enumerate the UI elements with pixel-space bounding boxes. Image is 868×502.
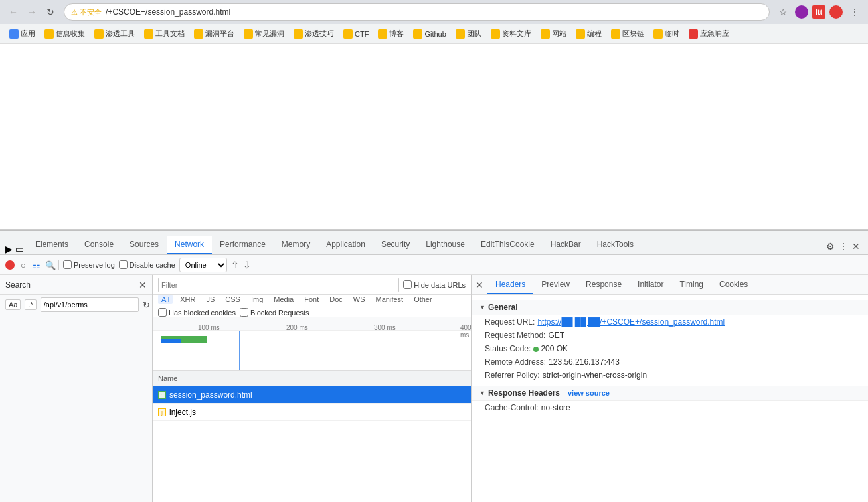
upload-icon[interactable]: ⇧: [231, 260, 239, 270]
bookmark-blockchain[interactable]: 区块链: [607, 27, 648, 40]
bookmark-emergency[interactable]: 应急响应: [685, 27, 733, 40]
filter-js-button[interactable]: JS: [203, 295, 218, 304]
filter-button[interactable]: ⚏: [32, 260, 41, 270]
request-row-inject[interactable]: j inject.js: [153, 404, 471, 421]
bookmark-label: Github: [424, 30, 446, 38]
extension-icon-red2[interactable]: [829, 5, 843, 19]
forward-button[interactable]: →: [24, 4, 40, 20]
bookmark-label: CTF: [355, 30, 369, 38]
back-button[interactable]: ←: [5, 4, 21, 20]
request-row-session[interactable]: h session_password.html: [153, 386, 471, 404]
filter-other-button[interactable]: Other: [410, 295, 436, 304]
bookmark-temp[interactable]: 临时: [650, 27, 683, 40]
bookmark-github[interactable]: Github: [409, 28, 450, 40]
record-button[interactable]: [5, 260, 15, 270]
search-button[interactable]: 🔍: [45, 260, 54, 270]
general-section-header[interactable]: ▼ General: [472, 300, 868, 315]
bookmark-coding[interactable]: 编程: [572, 27, 606, 40]
request-method-row: Request Method: GET: [472, 329, 868, 342]
tab-application[interactable]: Application: [318, 236, 373, 254]
detail-close-button[interactable]: ✕: [472, 277, 487, 293]
device-toolbar-icon[interactable]: ▭: [15, 244, 24, 254]
hide-data-urls-label[interactable]: Hide data URLs: [403, 280, 466, 289]
detail-tab-preview[interactable]: Preview: [533, 276, 578, 294]
tab-lighthouse[interactable]: Lighthouse: [418, 236, 473, 254]
view-source-link[interactable]: view source: [568, 389, 610, 397]
disable-cache-checkbox[interactable]: [119, 260, 128, 269]
detail-tab-cookies[interactable]: Cookies: [711, 276, 756, 294]
tab-sources[interactable]: Sources: [122, 236, 167, 254]
clear-button[interactable]: ○: [19, 260, 28, 270]
filter-input[interactable]: [158, 278, 399, 292]
case-sensitive-button[interactable]: Aa: [5, 299, 21, 310]
throttle-select[interactable]: Online Fast 3G Slow 3G Offline: [179, 258, 227, 272]
tab-console[interactable]: Console: [76, 236, 122, 254]
filter-ws-button[interactable]: WS: [350, 295, 369, 304]
detail-tab-response[interactable]: Response: [578, 276, 630, 294]
detail-tab-initiator[interactable]: Initiator: [630, 276, 671, 294]
filter-all-button[interactable]: All: [158, 295, 173, 304]
reload-button[interactable]: ↻: [43, 4, 58, 20]
filter-xhr-button[interactable]: XHR: [177, 295, 199, 304]
detail-tab-timing[interactable]: Timing: [671, 276, 711, 294]
bookmark-library[interactable]: 资料文库: [487, 27, 535, 40]
request-url-value[interactable]: https://██ ██ ██/+CSCOE+/session_passwor…: [537, 317, 725, 327]
bookmark-docs[interactable]: 工具文档: [140, 27, 189, 40]
settings-icon[interactable]: ⚙: [826, 241, 835, 252]
bookmark-blog[interactable]: 博客: [374, 27, 408, 40]
inspect-element-icon[interactable]: ▶: [5, 244, 13, 254]
has-blocked-cookies-checkbox[interactable]: [158, 308, 167, 317]
bookmark-team[interactable]: 团队: [452, 27, 485, 40]
bookmark-info[interactable]: 信息收集: [41, 27, 89, 40]
bookmark-pentest[interactable]: 渗透技巧: [290, 27, 338, 40]
bookmark-website[interactable]: 网站: [537, 27, 570, 40]
tab-security[interactable]: Security: [373, 236, 418, 254]
tab-memory[interactable]: Memory: [274, 236, 318, 254]
address-bar[interactable]: ⚠ 不安全 /+CSCOE+/session_password.html: [64, 3, 770, 21]
bookmark-common-vuln[interactable]: 常见漏洞: [240, 27, 288, 40]
regex-button[interactable]: .*: [25, 299, 36, 310]
search-close-button[interactable]: ✕: [139, 280, 147, 290]
filter-manifest-button[interactable]: Manifest: [373, 295, 407, 304]
bookmark-vuln[interactable]: 漏洞平台: [190, 27, 238, 40]
bookmark-label: 渗透技巧: [305, 29, 334, 39]
filter-img-button[interactable]: Img: [248, 295, 266, 304]
more-options-icon[interactable]: ⋮: [839, 241, 848, 252]
search-header: Search ✕: [0, 275, 152, 295]
response-headers-section-header[interactable]: ▼ Response Headers view source: [472, 386, 868, 401]
tab-editthiscookie[interactable]: EditThisCookie: [473, 236, 543, 254]
close-devtools-icon[interactable]: ✕: [852, 241, 860, 252]
tab-network[interactable]: Network: [167, 236, 212, 254]
detail-tab-headers[interactable]: Headers: [487, 276, 533, 294]
extension-icon-red[interactable]: Itt: [812, 5, 825, 19]
preserve-log-label[interactable]: Preserve log: [63, 260, 115, 269]
page-content: [0, 44, 868, 230]
bookmark-apps[interactable]: 应用: [5, 27, 39, 40]
browser-toolbar-icons: ☆ Itt ⋮: [775, 4, 863, 20]
disable-cache-label[interactable]: Disable cache: [119, 260, 175, 269]
bookmark-tools[interactable]: 渗透工具: [90, 27, 139, 40]
tab-hackbar[interactable]: HackBar: [543, 236, 589, 254]
filter-media-button[interactable]: Media: [270, 295, 297, 304]
blocked-requests-checkbox[interactable]: [240, 308, 248, 317]
filter-doc-button[interactable]: Doc: [326, 295, 346, 304]
star-icon[interactable]: ☆: [775, 4, 791, 20]
cache-control-value: no-store: [541, 403, 570, 412]
request-url-row: Request URL: https://██ ██ ██/+CSCOE+/se…: [472, 315, 868, 329]
extension-icon-purple[interactable]: [795, 5, 808, 19]
tab-elements[interactable]: Elements: [27, 236, 76, 254]
filter-css-button[interactable]: CSS: [222, 295, 244, 304]
download-icon[interactable]: ⇩: [243, 260, 251, 270]
has-blocked-cookies-label[interactable]: Has blocked cookies: [158, 308, 236, 317]
search-refresh-button[interactable]: ↻: [143, 299, 150, 311]
tab-hacktools[interactable]: HackTools: [589, 236, 642, 254]
search-input[interactable]: [41, 297, 139, 312]
preserve-log-checkbox[interactable]: [63, 260, 72, 269]
hide-data-urls-checkbox[interactable]: [403, 280, 412, 289]
bookmark-label: 信息收集: [56, 29, 85, 39]
menu-icon[interactable]: ⋮: [847, 4, 863, 20]
filter-font-button[interactable]: Font: [301, 295, 322, 304]
blocked-requests-label[interactable]: Blocked Requests: [240, 308, 309, 317]
bookmark-ctf[interactable]: CTF: [339, 28, 373, 40]
tab-performance[interactable]: Performance: [212, 236, 274, 254]
